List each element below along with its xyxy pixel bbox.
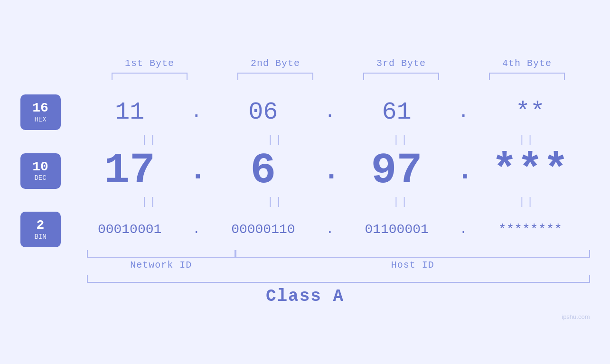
bin-values-row: 00010001 . 00000110 . 01100001 . *******… <box>70 223 590 236</box>
eq-3: || <box>338 134 464 146</box>
watermark: ipshu.com <box>562 313 590 320</box>
bin-row: 2 BIN 00010001 . 00000110 . 01100001 . *… <box>20 212 590 247</box>
eq-1: || <box>87 134 213 146</box>
hex-badge: 16 HEX <box>20 94 61 130</box>
network-id-label: Network ID <box>87 260 236 271</box>
bin-dot-1: . <box>189 223 204 236</box>
dec-byte-1: 17 <box>70 149 189 192</box>
id-labels-row: Network ID Host ID <box>87 260 590 271</box>
byte-header-4: 4th Byte <box>464 58 590 69</box>
eq-4: || <box>464 134 590 146</box>
hex-byte-4: ** <box>470 100 590 125</box>
wide-bracket-row <box>87 275 590 283</box>
hex-byte-3: 61 <box>337 100 456 125</box>
bin-dot-3: . <box>456 223 470 236</box>
eq2-4: || <box>464 196 590 208</box>
hex-row: 16 HEX 11 . 06 . 61 . ** <box>20 94 590 130</box>
hex-dot-1: . <box>189 103 204 122</box>
byte-headers-row: 1st Byte 2nd Byte 3rd Byte 4th Byte <box>87 58 590 69</box>
bracket-network <box>87 250 236 258</box>
dec-dot-3: . <box>456 157 470 185</box>
dec-row: 10 DEC 17 . 6 . 97 . *** <box>20 149 590 192</box>
host-id-label: Host ID <box>235 260 590 271</box>
dec-base-num: 10 <box>32 160 48 175</box>
bracket-host <box>235 250 590 258</box>
bin-base-label: BIN <box>34 233 46 241</box>
bin-dot-2: . <box>323 223 337 236</box>
bin-byte-1: 00010001 <box>70 223 189 236</box>
bottom-brackets-row <box>87 250 590 258</box>
dec-badge: 10 DEC <box>20 153 61 189</box>
hex-dot-3: . <box>456 103 470 122</box>
main-container: 1st Byte 2nd Byte 3rd Byte 4th Byte 16 H… <box>20 58 590 306</box>
hex-byte-1: 11 <box>70 100 189 125</box>
bracket-top-4 <box>464 73 590 80</box>
bin-byte-3: 01100001 <box>337 223 456 236</box>
eq2-1: || <box>87 196 213 208</box>
dec-dot-1: . <box>189 157 204 185</box>
bracket-top-2 <box>213 73 338 80</box>
hex-base-label: HEX <box>34 116 46 123</box>
top-brackets <box>87 73 590 80</box>
hex-dot-2: . <box>323 103 337 122</box>
hex-values-row: 11 . 06 . 61 . ** <box>70 100 590 125</box>
eq-2: || <box>213 134 338 146</box>
byte-header-1: 1st Byte <box>87 58 213 69</box>
hex-base-num: 16 <box>32 101 48 116</box>
dec-dot-2: . <box>323 157 337 185</box>
dec-byte-4: *** <box>470 149 590 192</box>
dec-byte-2: 6 <box>204 149 323 192</box>
dec-base-label: DEC <box>34 174 46 182</box>
bin-badge: 2 BIN <box>20 212 61 247</box>
class-label: Class A <box>20 287 590 306</box>
byte-header-3: 3rd Byte <box>338 58 464 69</box>
bracket-top-3 <box>338 73 464 80</box>
bracket-class <box>87 275 590 283</box>
eq2-2: || <box>213 196 338 208</box>
eq2-3: || <box>338 196 464 208</box>
bin-byte-4: ******** <box>470 223 590 236</box>
dec-values-row: 17 . 6 . 97 . *** <box>70 149 590 192</box>
bracket-top-1 <box>87 73 213 80</box>
byte-header-2: 2nd Byte <box>213 58 338 69</box>
dec-byte-3: 97 <box>337 149 456 192</box>
bin-base-num: 2 <box>37 218 45 233</box>
equals-row-2: || || || || <box>87 192 590 212</box>
bin-byte-2: 00000110 <box>204 223 323 236</box>
hex-byte-2: 06 <box>204 100 323 125</box>
